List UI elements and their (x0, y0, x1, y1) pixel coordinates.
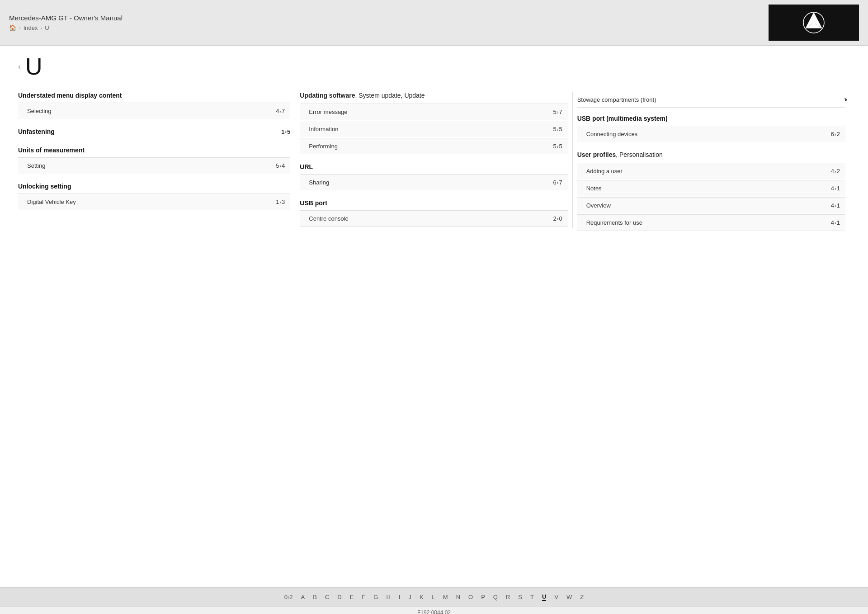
alpha-j[interactable]: J (408, 594, 411, 600)
entry-setting-page: 5›4 (276, 162, 285, 169)
alpha-d[interactable]: D (337, 594, 341, 600)
entry-sharing-label: Sharing (309, 179, 329, 186)
alpha-m[interactable]: M (443, 594, 448, 600)
entry-overview-page: 4›1 (831, 202, 840, 209)
footer: F192 0044 02 (0, 606, 868, 614)
breadcrumb-chevron-2: › (40, 25, 42, 31)
entry-adding-user[interactable]: Adding a user 4›2 (577, 163, 845, 179)
alpha-u[interactable]: U (542, 593, 546, 601)
page-heading: ‹ U (18, 55, 850, 78)
header-left: Mercedes-AMG GT - Owner's Manual 🏠 › Ind… (9, 14, 123, 31)
alpha-g[interactable]: G (373, 594, 378, 600)
breadcrumb-current: U (45, 24, 49, 31)
header-logo (769, 5, 859, 41)
entry-cc-label: Centre console (309, 215, 348, 222)
breadcrumb-chevron-1: › (19, 25, 21, 31)
footer-code: F192 0044 02 (417, 609, 451, 614)
entry-sharing-page: 6›7 (553, 179, 562, 186)
alpha-p[interactable]: P (481, 594, 485, 600)
index-columns: Understated menu display content Selecti… (18, 92, 850, 232)
section-updating: Updating software, System update, Update (300, 92, 567, 99)
back-arrow[interactable]: ‹ (18, 62, 21, 71)
entry-setting[interactable]: Setting 5›4 (18, 157, 290, 174)
section-unfastening[interactable]: Unfastening 1›5 (18, 128, 290, 135)
entry-overview[interactable]: Overview 4›1 (577, 197, 845, 213)
entry-digital-vehicle-key[interactable]: Digital Vehicle Key 1›3 (18, 194, 290, 210)
entry-performing[interactable]: Performing 5›5 (300, 138, 567, 154)
breadcrumb-home[interactable]: 🏠 (9, 24, 16, 31)
alpha-r[interactable]: R (506, 594, 510, 600)
alpha-o[interactable]: O (468, 594, 473, 600)
entry-dvk-label: Digital Vehicle Key (27, 198, 76, 205)
sep-unfastening (18, 139, 290, 139)
alpha-w[interactable]: W (566, 594, 572, 600)
section-up-suffix: , Personalisation (616, 151, 663, 158)
alpha-e[interactable]: E (350, 594, 354, 600)
breadcrumb-index[interactable]: Index (24, 24, 38, 31)
section-unfastening-page: 1›5 (281, 128, 290, 135)
entry-dvk-page: 1›3 (276, 198, 285, 205)
section-updating-label: Updating software (300, 92, 355, 99)
entry-performing-label: Performing (309, 143, 338, 150)
alpha-02[interactable]: 0›2 (284, 594, 293, 600)
section-usb-port: USB port (300, 199, 567, 207)
column-2: Updating software, System update, Update… (295, 92, 572, 228)
entry-setting-label: Setting (27, 162, 45, 169)
section-unlocking: Unlocking setting (18, 183, 290, 190)
alpha-l[interactable]: L (432, 594, 435, 600)
main-content: ‹ U Understated menu display content Sel… (0, 46, 868, 587)
entry-centre-console[interactable]: Centre console 2›0 (300, 210, 567, 227)
alpha-c[interactable]: C (325, 594, 329, 600)
entry-notes-label: Notes (586, 185, 602, 192)
section-up-label: User profiles (577, 151, 616, 158)
entry-stowage[interactable]: Stowage compartments (front) ›› (577, 92, 845, 108)
entry-req-page: 4›1 (831, 219, 840, 226)
alpha-k[interactable]: K (420, 594, 424, 600)
entry-selecting[interactable]: Selecting 4›7 (18, 103, 290, 119)
entry-info-label: Information (309, 126, 338, 132)
entry-au-label: Adding a user (586, 168, 623, 175)
mercedes-logo (802, 11, 825, 34)
section-url: URL (300, 163, 567, 170)
entry-notes[interactable]: Notes 4›1 (577, 180, 845, 196)
manual-title: Mercedes-AMG GT - Owner's Manual (9, 14, 123, 22)
entry-selecting-label: Selecting (27, 108, 51, 114)
entry-error-message[interactable]: Error message 5›7 (300, 104, 567, 120)
entry-cd-page: 6›2 (831, 131, 840, 137)
alpha-v[interactable]: V (554, 594, 558, 600)
alpha-n[interactable]: N (456, 594, 460, 600)
column-3: Stowage compartments (front) ›› USB port… (573, 92, 850, 232)
alpha-t[interactable]: T (530, 594, 534, 600)
entry-selecting-page: 4›7 (276, 108, 285, 114)
alpha-s[interactable]: S (518, 594, 522, 600)
stowage-dbl-chevron: ›› (844, 95, 845, 104)
header: Mercedes-AMG GT - Owner's Manual 🏠 › Ind… (0, 0, 868, 46)
entry-requirements[interactable]: Requirements for use 4›1 (577, 214, 845, 231)
entry-error-page: 5›7 (553, 109, 562, 115)
alpha-h[interactable]: H (386, 594, 390, 600)
section-units: Units of measurement (18, 146, 290, 154)
alpha-i[interactable]: I (399, 594, 401, 600)
entry-overview-label: Overview (586, 202, 611, 209)
section-updating-suffix: , System update, Update (355, 92, 425, 99)
section-user-profiles: User profiles, Personalisation (577, 151, 845, 158)
alpha-q[interactable]: Q (493, 594, 498, 600)
entry-information[interactable]: Information 5›5 (300, 121, 567, 137)
breadcrumb: 🏠 › Index › U (9, 24, 123, 31)
page-letter: U (25, 55, 42, 78)
entry-performing-page: 5›5 (553, 143, 562, 150)
entry-cd-label: Connecting devices (586, 131, 637, 137)
alpha-f[interactable]: F (362, 594, 365, 600)
entry-error-label: Error message (309, 109, 347, 115)
column-1: Understated menu display content Selecti… (18, 92, 295, 211)
entry-sharing[interactable]: Sharing 6›7 (300, 174, 567, 190)
entry-connecting-devices[interactable]: Connecting devices 6›2 (577, 126, 845, 142)
alpha-b[interactable]: B (313, 594, 317, 600)
alpha-z[interactable]: Z (580, 594, 584, 600)
entry-cc-page: 2›0 (553, 215, 562, 222)
entry-notes-page: 4›1 (831, 185, 840, 192)
svg-point-1 (812, 21, 815, 24)
alpha-a[interactable]: A (301, 594, 305, 600)
entry-req-label: Requirements for use (586, 219, 642, 226)
alphabet-bar: 0›2 A B C D E F G H I J K L M N O P Q R … (0, 587, 868, 606)
